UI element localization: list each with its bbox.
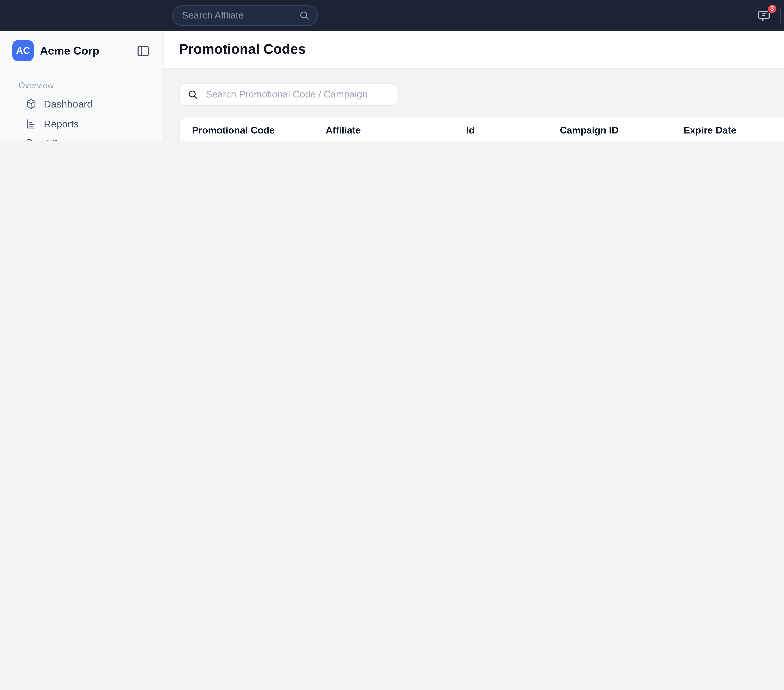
table-header: Promotional Code Affiliate Id Campaign I… [180, 117, 784, 141]
org-logo: AC [12, 40, 34, 61]
column-header: Affiliate [326, 125, 466, 136]
sidebar-nav: Overview Dashboard Reports Offers Market… [0, 71, 163, 141]
search-icon [188, 89, 198, 100]
column-header: Id [466, 125, 560, 136]
tag-icon [25, 138, 37, 141]
sidebar-item-label: Offers [44, 138, 71, 141]
sidebar-item-label: Dashboard [44, 98, 93, 109]
messages-badge: 3 [767, 3, 777, 13]
affiliate-search-input[interactable] [181, 9, 293, 21]
table-search-input[interactable] [204, 88, 390, 100]
column-header: Promotional Code [180, 125, 326, 136]
messages-button[interactable]: 3 [757, 8, 772, 23]
topbar: 3 Ask AI Eng (US) [0, 0, 784, 31]
sidebar-item-offers[interactable]: Offers [0, 133, 163, 141]
divider [780, 7, 781, 24]
cube-icon [25, 98, 37, 109]
page-header: Promotional Codes Add Promotional Code [163, 31, 784, 69]
sidebar-item-label: Reports [44, 118, 79, 129]
sidebar-item-reports[interactable]: Reports [0, 113, 163, 133]
table-search[interactable] [179, 83, 399, 106]
bar-chart-icon [25, 118, 37, 129]
search-icon [299, 10, 310, 21]
column-header: Campaign ID [560, 125, 684, 136]
sidebar: AC Acme Corp Overview Dashboard Reports … [0, 31, 163, 141]
content: Promotional Code Affiliate Id Campaign I… [163, 69, 784, 141]
topbar-right: 3 Ask AI Eng (US) [757, 3, 784, 28]
app: 3 Ask AI Eng (US) [0, 0, 784, 141]
org-header: AC Acme Corp [0, 31, 163, 71]
sidebar-item-dashboard[interactable]: Dashboard [0, 94, 163, 113]
affiliate-search[interactable] [172, 5, 318, 26]
main: Promotional Codes Add Promotional Code P… [163, 31, 784, 141]
org-name: Acme Corp [40, 44, 130, 57]
sidebar-collapse-button[interactable] [136, 43, 150, 58]
column-header: Expire Date [684, 125, 784, 136]
promo-codes-table: Promotional Code Affiliate Id Campaign I… [179, 117, 784, 141]
section-overview: Overview [0, 74, 163, 94]
page-title: Promotional Codes [179, 41, 306, 58]
